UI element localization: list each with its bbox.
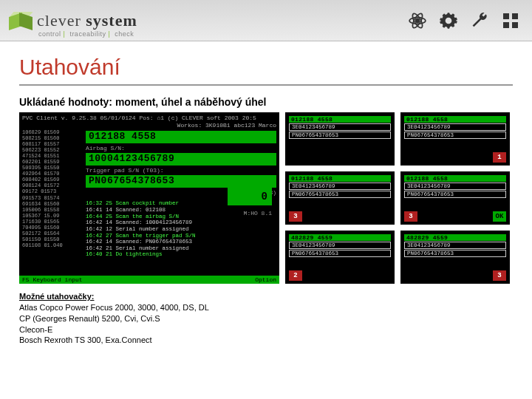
thumb-white-bar: 3E04123456789 — [289, 123, 391, 131]
wrench-icon[interactable] — [467, 8, 492, 33]
thumb-white-bar: PN067654378653 — [289, 132, 391, 139]
tighteners-line: Atlas Copco Power Focus 2000, 3000, 4000… — [19, 302, 513, 313]
slide-content: Utahování Ukládané hodnoty: moment, úhel… — [0, 41, 532, 353]
green-field-triggerpad: PN067654378653 — [86, 175, 276, 188]
atom-icon[interactable] — [405, 8, 430, 33]
terminal-leftcol-row: 106829 01569 — [22, 129, 81, 135]
thumbnail: 012188 45583E04123456789PN0676543786531 — [400, 112, 510, 166]
logo-cube-icon — [9, 10, 30, 31]
tighteners-block: Možné utahovačky: Atlas Copco Power Focu… — [19, 291, 513, 346]
thumb-white-bar: 3E04123456789 — [289, 242, 391, 249]
thumb-white-bar: PN067654378653 — [289, 191, 391, 198]
terminal-counter: 0 — [228, 188, 272, 205]
thumb-white-bar: 3E04123456789 — [289, 183, 391, 190]
main-terminal-screenshot: PVC Client v. 9.25.38 05/01/0124 Pos: ⌂1… — [19, 112, 279, 284]
terminal-leftcol-row: 471524 01551 — [22, 153, 81, 159]
gear-icon[interactable] — [436, 8, 461, 33]
grid-icon[interactable] — [498, 8, 523, 33]
tighteners-line: Clecon-E — [19, 324, 513, 335]
terminal-leftcol-row: 501150 01550 — [22, 236, 81, 242]
slide-subtitle: Ukládané hodnoty: moment, úhel a náběhov… — [19, 96, 513, 108]
terminal-leftcol-row: 704995 01560 — [22, 225, 81, 231]
thumb-white-bar: 3E04123456789 — [404, 183, 506, 190]
terminal-leftcol-row: 171630 01565 — [22, 219, 81, 225]
thumb-white-bar: PN067654378653 — [404, 132, 506, 139]
terminal-leftcol-row: 105367 15.09 — [22, 213, 81, 219]
thumb-green-bar: 012188 4558 — [289, 175, 391, 182]
terminal-titlebar: PVC Client v. 9.25.38 05/01/0124 Pos: ⌂1… — [22, 115, 276, 122]
thumbnail: 012188 45583E04123456789PN067654378653 — [285, 112, 395, 166]
terminal-log-line: 16:42 14 Scanned: 10004123456789 — [86, 219, 276, 226]
thumbnail: 482829 45593E04123456789PN0676543786532 — [285, 231, 395, 284]
thumb-green-bar: 482829 4559 — [404, 234, 506, 241]
label-triggerpad: Trigger pad S/N (T03): — [86, 167, 276, 174]
m-line: M:HO 8.1 — [244, 210, 272, 216]
terminal-footer-left: F5 Keyboard input — [22, 276, 83, 283]
thumb-green-bar: 012188 4558 — [404, 175, 506, 182]
thumb-badge: 3 — [404, 211, 417, 222]
thumb-badge: 1 — [493, 152, 506, 163]
terminal-leftcol-row: 509395 01550 — [22, 165, 81, 171]
thumbnail: 012188 45583E04123456789PN0676543786533 — [285, 171, 395, 225]
terminal-leftcol-row: 908124 01572 — [22, 183, 81, 188]
thumb-white-bar: PN067654378653 — [404, 250, 506, 257]
thumb-green-bar: 482829 4559 — [289, 234, 391, 241]
app-header: clever system control| traceability| che… — [0, 0, 532, 41]
thumb-white-bar: PN067654378653 — [404, 191, 506, 198]
terminal-left-column: 106829 01569508215 01560608117 015575062… — [22, 129, 81, 258]
thumb-badge: OK — [493, 211, 506, 222]
thumb-white-bar: PN067654378653 — [289, 250, 391, 257]
svg-rect-7 — [512, 22, 518, 28]
svg-rect-4 — [503, 13, 509, 19]
thumb-green-bar: 012188 4558 — [404, 116, 506, 123]
brand-tagline: control| traceability| check — [38, 30, 134, 38]
thumb-white-bar: 3E04123456789 — [404, 242, 506, 249]
terminal-log-line: 16:42 14 Scanned: PN067654378653 — [86, 239, 276, 245]
slide-title: Utahování — [19, 55, 513, 86]
terminal-leftcol-row: 602201 01559 — [22, 159, 81, 165]
tighteners-line: CP (Georges Renault) 5200, Cvi, Cvi.S — [19, 313, 513, 324]
terminal-footer: F5 Keyboard input Option — [19, 276, 279, 284]
header-icon-row — [405, 8, 523, 33]
tighteners-lines: Atlas Copco Power Focus 2000, 3000, 4000… — [19, 302, 513, 346]
terminal-leftcol-row: 09172 01573 — [22, 188, 81, 194]
terminal-footer-right: Option — [255, 276, 276, 283]
terminal-leftcol-row: 506223 01552 — [22, 147, 81, 153]
thumb-badge: 3 — [289, 211, 302, 222]
terminal-leftcol-row: 502172 01564 — [22, 231, 81, 236]
terminal-log-line: 16:42 12 Serial number assigned — [86, 226, 276, 233]
terminal-leftcol-row: 105006 01558 — [22, 207, 81, 213]
terminal-leftcol-row: 492964 01570 — [22, 171, 81, 177]
svg-point-0 — [416, 18, 420, 22]
thumb-green-bar: 012188 4558 — [289, 116, 391, 123]
thumbnail-grid: 012188 45583E04123456789PN06765437865301… — [285, 112, 510, 284]
svg-rect-5 — [512, 13, 518, 19]
brand-name: clever system — [37, 11, 137, 30]
terminal-log-line: 16:40 21 Do tightenings — [86, 251, 276, 258]
green-field-airbag: 10004123456789 — [86, 153, 276, 166]
thumb-badge: 3 — [493, 270, 506, 281]
terminal-leftcol-row: 091573 01574 — [22, 195, 81, 201]
brand-word-1: clever — [37, 11, 81, 30]
tighteners-heading: Možné utahovačky: — [19, 291, 513, 302]
terminal-leftcol-row: 608402 01569 — [22, 177, 81, 183]
terminal-subbar: Workos: 3K910B1 abc123 Marco — [22, 122, 276, 129]
thumb-white-bar: 3E04123456789 — [404, 123, 506, 131]
terminal-leftcol-row: 508215 01560 — [22, 135, 81, 141]
svg-rect-6 — [503, 22, 509, 28]
brand-word-2: system — [86, 11, 137, 30]
screenshots-row: PVC Client v. 9.25.38 05/01/0124 Pos: ⌂1… — [19, 112, 513, 284]
green-field-cockpit: 012188 4558 — [86, 131, 276, 143]
terminal-leftcol-row: 608117 01557 — [22, 141, 81, 147]
tighteners-line: Bosch Rexroth TS 300, Exa.Connect — [19, 335, 513, 346]
thumbnail: 012188 45583E04123456789PN0676543786533O… — [400, 171, 510, 225]
label-airbag: Airbag S/N: — [86, 145, 276, 151]
terminal-log-line: 16:42 27 Scan the trigger pad S/N — [86, 233, 276, 239]
terminal-leftcol-row: 691634 01560 — [22, 201, 81, 207]
thumbnail: 482829 45593E04123456789PN0676543786533 — [400, 231, 510, 284]
terminal-log-line: 16:42 21 Serial number assigned — [86, 245, 276, 252]
thumb-badge: 2 — [289, 270, 302, 281]
terminal-leftcol-row: 601108 01.040 — [22, 242, 81, 248]
